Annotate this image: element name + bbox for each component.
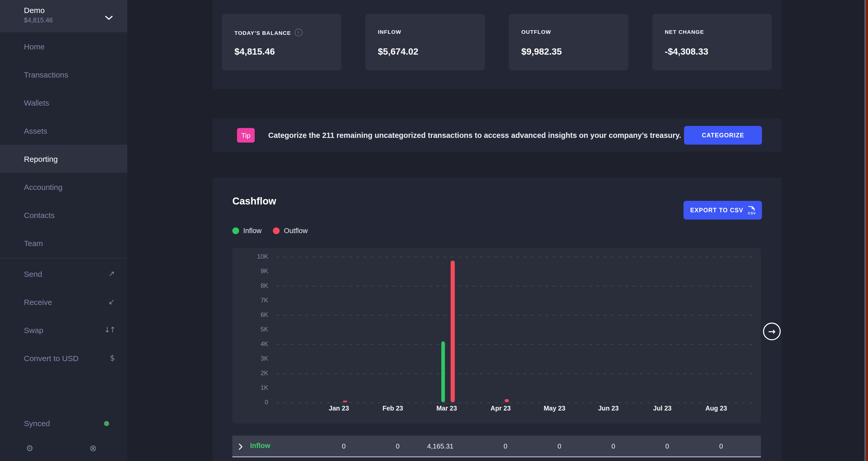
sidebar-item-send[interactable]: Send ↗ bbox=[0, 260, 127, 288]
card-label-text: INFLOW bbox=[378, 29, 401, 35]
sidebar-item-accounting[interactable]: Accounting bbox=[0, 173, 127, 201]
y-axis-tick: 5K bbox=[232, 326, 268, 333]
legend-label: Outflow bbox=[284, 227, 308, 235]
x-axis-label: Apr 23 bbox=[477, 405, 524, 412]
y-axis-tick: 3K bbox=[232, 355, 268, 362]
gridline bbox=[276, 373, 753, 374]
gear-icon[interactable]: ⚙ bbox=[26, 443, 33, 453]
card-label-text: NET CHANGE bbox=[665, 29, 704, 35]
x-axis-label: Jan 23 bbox=[315, 405, 362, 412]
chevron-right-icon[interactable] bbox=[239, 443, 243, 452]
org-switcher[interactable]: Demo $4,815.46 bbox=[0, 0, 127, 32]
sidebar-item-label: Swap bbox=[24, 325, 43, 334]
sidebar-item-label: Convert to USD bbox=[24, 353, 79, 363]
sync-status-label: Synced bbox=[24, 419, 50, 428]
sidebar-item-contacts[interactable]: Contacts bbox=[0, 201, 127, 229]
sidebar-item-wallets[interactable]: Wallets bbox=[0, 88, 127, 117]
card-label: NET CHANGE bbox=[665, 29, 704, 35]
scrollbar-track[interactable] bbox=[864, 0, 866, 461]
cashflow-section: Cashflow EXPORT TO CSV CSV Inflow Outflo… bbox=[213, 178, 782, 461]
dashboard-root: Demo $4,815.46 Home Transactions Wallets… bbox=[0, 0, 868, 461]
card-todays-balance: TODAY’S BALANCE i $4,815.46 bbox=[222, 14, 341, 70]
table-cell-value: 0 bbox=[353, 442, 399, 450]
window-edge-strip bbox=[866, 0, 868, 461]
sidebar-divider bbox=[0, 258, 127, 259]
sidebar-item-label: Reporting bbox=[24, 154, 58, 163]
card-outflow: OUTFLOW $9,982.35 bbox=[509, 14, 628, 70]
sidebar-item-reporting[interactable]: Reporting bbox=[0, 145, 127, 173]
card-value: $9,982.35 bbox=[521, 46, 562, 57]
gridline bbox=[276, 286, 753, 287]
csv-file-icon: CSV bbox=[747, 206, 755, 214]
card-value: -$4,308.33 bbox=[665, 46, 708, 57]
org-balance: $4,815.46 bbox=[24, 17, 53, 24]
sidebar-item-team[interactable]: Team bbox=[0, 229, 127, 257]
info-icon[interactable]: i bbox=[295, 29, 303, 36]
outflow-bar[interactable] bbox=[505, 399, 509, 402]
scroll-next-button[interactable]: → bbox=[763, 323, 781, 340]
sidebar-item-receive[interactable]: Receive ↙ bbox=[0, 288, 127, 316]
gridline bbox=[276, 257, 753, 258]
card-value: $4,815.46 bbox=[235, 46, 275, 57]
chevron-down-icon bbox=[105, 13, 113, 22]
x-axis-label: Jun 23 bbox=[585, 405, 632, 412]
table-cell-value: 0 bbox=[676, 442, 723, 450]
inflow-table-row[interactable]: Inflow 004,165.3100000 bbox=[232, 435, 761, 457]
stats-panel: TODAY’S BALANCE i $4,815.46 INFLOW $5,67… bbox=[213, 0, 782, 89]
sidebar-item-label: Send bbox=[24, 269, 42, 278]
table-cell-value: 0 bbox=[515, 442, 561, 450]
card-label-text: OUTFLOW bbox=[521, 29, 551, 35]
legend-label: Inflow bbox=[243, 227, 262, 235]
sidebar-item-label: Team bbox=[24, 238, 43, 248]
inflow-bar[interactable] bbox=[441, 342, 445, 402]
tip-banner: Tip Categorize the 211 remaining uncateg… bbox=[213, 119, 782, 152]
x-axis-label: May 23 bbox=[531, 405, 578, 412]
arrow-down-left-icon: ↙ bbox=[108, 297, 115, 307]
x-axis-label: Mar 23 bbox=[423, 405, 470, 412]
x-axis-label: Jul 23 bbox=[639, 405, 686, 412]
export-to-csv-label: EXPORT TO CSV bbox=[690, 207, 743, 213]
support-icon[interactable]: ⊗ bbox=[89, 443, 97, 453]
table-cell-value: 0 bbox=[622, 442, 669, 450]
x-axis-label: Aug 23 bbox=[693, 405, 740, 412]
sidebar-item-label: Receive bbox=[24, 297, 52, 306]
outflow-bar[interactable] bbox=[343, 401, 347, 402]
export-to-csv-button[interactable]: EXPORT TO CSV CSV bbox=[683, 201, 762, 220]
tip-badge: Tip bbox=[237, 128, 255, 143]
outflow-bar[interactable] bbox=[451, 260, 455, 402]
sidebar-item-home[interactable]: Home bbox=[0, 32, 127, 60]
chart-legend: Inflow Outflow bbox=[232, 227, 308, 235]
sidebar-item-convert-to-usd[interactable]: Convert to USD $ bbox=[0, 344, 127, 372]
sidebar-item-label: Contacts bbox=[24, 210, 55, 219]
sidebar-item-label: Transactions bbox=[24, 70, 68, 79]
sidebar-item-assets[interactable]: Assets bbox=[0, 117, 127, 145]
card-label: OUTFLOW bbox=[521, 29, 551, 35]
y-axis-tick: 8K bbox=[232, 282, 268, 289]
sidebar-item-swap[interactable]: Swap ↓↑ bbox=[0, 316, 127, 344]
y-axis-tick: 10K bbox=[232, 253, 268, 260]
legend-item-outflow: Outflow bbox=[273, 227, 308, 235]
swap-vertical-icon: ↓↑ bbox=[104, 325, 115, 335]
y-axis-tick: 1K bbox=[232, 384, 268, 391]
sidebar: Demo $4,815.46 Home Transactions Wallets… bbox=[0, 0, 127, 461]
org-name: Demo bbox=[24, 6, 45, 15]
arrow-right-icon: → bbox=[768, 327, 776, 336]
sidebar-item-transactions[interactable]: Transactions bbox=[0, 60, 127, 88]
gridline bbox=[276, 315, 753, 316]
sidebar-item-label: Home bbox=[24, 42, 45, 51]
card-inflow: INFLOW $5,674.02 bbox=[365, 14, 485, 70]
y-axis-tick: 7K bbox=[232, 296, 268, 304]
sidebar-item-label: Wallets bbox=[24, 98, 49, 107]
y-axis-tick: 4K bbox=[232, 340, 268, 348]
tip-message: Categorize the 211 remaining uncategoriz… bbox=[268, 119, 681, 152]
arrow-up-right-icon: ↗ bbox=[108, 269, 115, 278]
table-cell-value: 0 bbox=[461, 442, 507, 450]
legend-item-inflow: Inflow bbox=[232, 227, 262, 235]
card-label: TODAY’S BALANCE i bbox=[235, 29, 303, 36]
x-axis-label: Feb 23 bbox=[369, 405, 416, 412]
y-axis-tick: 2K bbox=[232, 369, 268, 377]
y-axis-tick: 0 bbox=[232, 399, 268, 406]
card-label-text: TODAY’S BALANCE bbox=[235, 29, 291, 36]
sidebar-item-label: Assets bbox=[24, 126, 47, 135]
categorize-button[interactable]: CATEGORIZE bbox=[684, 126, 762, 145]
